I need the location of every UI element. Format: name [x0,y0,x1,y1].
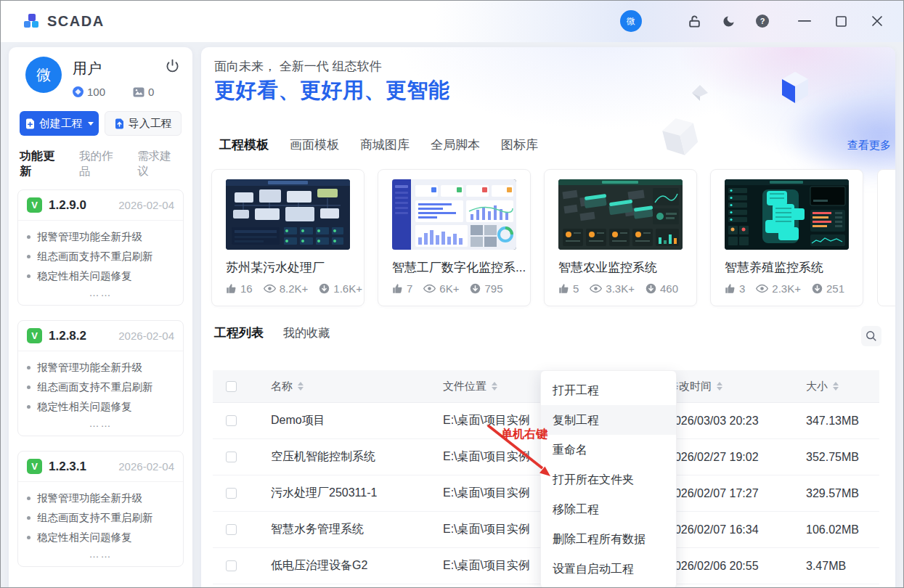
dark-mode-moon-icon[interactable] [720,13,736,29]
template-card-partial [877,169,895,306]
project-size: 352.75MB [793,451,879,464]
row-checkbox[interactable] [226,560,237,571]
version-date: 2026-02-04 [118,199,174,211]
bullet-dot [27,405,30,409]
sort-icon[interactable] [833,382,839,391]
maximize-icon[interactable] [833,13,849,29]
bullet-dot [27,274,30,278]
template-section-tab[interactable]: 全局脚本 [425,136,485,153]
update-item-text: 组态画面支持不重启刷新 [37,508,153,528]
thumbs-up-icon [226,283,237,294]
update-item-text: 稳定性相关问题修复 [37,266,132,286]
bullet-dot [27,235,30,239]
sort-icon[interactable] [298,382,304,391]
project-name: 低电压治理设备G2 [258,558,430,573]
sidebar-tab[interactable]: 功能更新 [20,149,65,179]
template-card[interactable]: 智慧养殖监控系统 3 2.3K+ [710,169,863,306]
user-panel: 微 用户 100 [9,47,192,98]
update-more-ellipsis: …… [18,547,183,566]
template-card[interactable]: 智慧工厂数字化监控系... 7 6K+ [378,169,531,306]
chevron-down-icon [88,122,94,126]
factory-dashboard-thumbnail-art [392,179,516,250]
row-checkbox[interactable] [226,415,237,426]
gallery-count: 0 [148,86,154,98]
update-more-ellipsis: …… [18,286,183,305]
version-date: 2026-02-04 [118,460,174,473]
template-title: 智慧养殖监控系统 [725,259,863,276]
user-avatar[interactable]: 微 [25,57,62,93]
minimize-icon[interactable] [797,13,813,29]
titlebar-avatar[interactable]: 微 [620,10,642,32]
help-icon[interactable]: ? [754,13,770,29]
update-item-text: 稳定性相关问题修复 [37,528,132,547]
bullet-dot [27,385,30,389]
decor-diamond-small [691,83,709,102]
project-name: Demo项目 [258,413,430,428]
context-menu-item[interactable]: 删除工程所有数据 [541,524,676,554]
project-list-tabs: 工程列表我的收藏 [214,324,330,341]
version-number: 1.2.8.2 [49,329,86,343]
template-section-tab[interactable]: 工程模板 [214,136,274,153]
lock-icon[interactable] [686,13,702,29]
update-item: 稳定性相关问题修复 [27,266,174,286]
see-more-link[interactable]: 查看更多 [847,139,891,152]
context-menu-item[interactable]: 打开工程 [541,375,676,405]
row-checkbox[interactable] [226,452,237,462]
download-icon [646,283,656,294]
row-checkbox[interactable] [226,524,237,535]
sort-icon[interactable] [717,382,722,391]
template-section-tab[interactable]: 商城图库 [355,136,415,153]
decor-cube-light [656,113,704,161]
close-icon[interactable] [869,13,885,29]
update-items: 报警管理功能全新升级组态画面支持不重启刷新稳定性相关问题修复 [18,221,183,286]
hero-title: 更好看、更好用、更智能 [214,76,450,105]
import-project-button[interactable]: 导入工程 [105,111,182,136]
project-list-tab[interactable]: 我的收藏 [283,326,330,341]
version-badge-icon: V [27,459,42,474]
project-size: 329.57MB [793,487,879,500]
eye-icon [264,284,276,293]
bullet-dot [27,366,30,369]
update-item: 稳定性相关问题修复 [27,528,174,547]
update-list: V 1.2.9.0 2026-02-04 报警管理功能全新升级组态画面支持不重启… [9,184,192,567]
context-menu-item[interactable]: 重命名 [541,435,676,465]
sort-icon[interactable] [492,382,497,391]
template-thumbnail [392,179,516,250]
context-menu-item[interactable]: 复制工程 [541,405,676,435]
thumbs-up-icon [558,283,569,294]
template-title: 智慧工厂数字化监控系... [392,259,530,276]
eye-icon [423,284,436,293]
template-card[interactable]: 智慧农业监控系统 5 3.3K+ [544,169,697,306]
bullet-dot [27,536,30,539]
template-thumbnail [226,179,350,250]
template-card[interactable]: 苏州某污水处理厂 16 8.2K+ [211,169,365,306]
context-menu-item[interactable]: 设置自启动工程 [541,554,676,584]
logout-power-icon[interactable] [166,59,179,75]
downloads-stat: 1.6K+ [319,282,362,295]
update-card: V 1.2.9.0 2026-02-04 报警管理功能全新升级组态画面支持不重启… [17,189,184,306]
update-item: 报警管理功能全新升级 [27,489,174,508]
project-list-tab[interactable]: 工程列表 [214,324,264,341]
row-checkbox[interactable] [226,488,237,499]
update-item-text: 报警管理功能全新升级 [37,227,142,247]
context-menu-item[interactable]: 打开所在文件夹 [541,465,676,494]
search-button[interactable] [861,326,881,346]
project-size: 106.02MB [793,523,879,536]
sidebar-tab[interactable]: 需求建议 [137,149,182,179]
eye-icon [590,284,602,293]
template-section-tab[interactable]: 画面模板 [285,136,344,153]
column-header[interactable]: 大小 [793,380,879,393]
context-menu-item[interactable]: 移除工程 [541,494,676,524]
update-item-text: 报警管理功能全新升级 [37,489,142,508]
project-size: 347.13MB [793,415,879,428]
template-section-tab[interactable]: 图标库 [496,136,543,153]
template-cards: 苏州某污水处理厂 16 8.2K+ [211,169,863,306]
create-project-button[interactable]: 创建工程 [20,111,99,136]
template-thumbnail [725,179,849,250]
svg-text:?: ? [760,17,765,25]
column-header[interactable]: 名称 [258,380,430,393]
views-stat: 6K+ [423,282,459,295]
select-all-checkbox[interactable] [226,381,237,392]
gallery-stat: 0 [133,86,154,98]
sidebar-tab[interactable]: 我的作品 [79,149,123,179]
